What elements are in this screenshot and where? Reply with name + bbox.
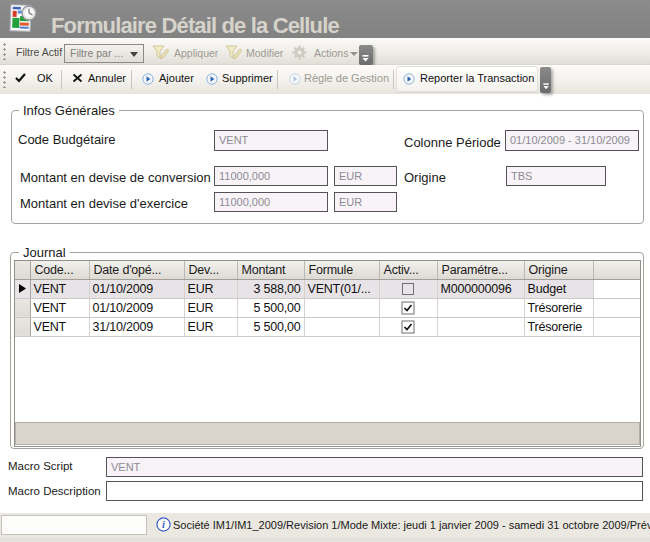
svg-text:i: i — [162, 519, 165, 530]
